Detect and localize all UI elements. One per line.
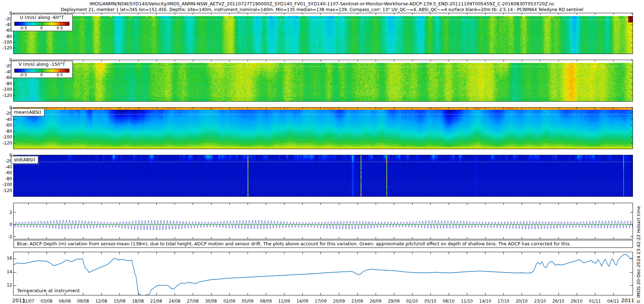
x-tick-label: 05/10	[421, 299, 440, 304]
x-tick-label: 18/08	[129, 299, 147, 304]
x-tick-label: 21/08	[147, 299, 166, 304]
x-tick-label: 29/09	[385, 299, 403, 304]
u-colorbar-tick: -0.5	[17, 26, 30, 30]
depth-tick-label: -20	[0, 16, 12, 21]
depth-tick-label: 0	[0, 153, 12, 158]
u-colorbar-tick: 0.5	[53, 26, 66, 30]
depth-tick-label: -120	[0, 141, 12, 146]
depth-tick-label: -60	[0, 75, 12, 80]
v-colorbar-tick: -0.5	[17, 73, 30, 77]
u-colorbar	[14, 22, 69, 26]
panel-std-absi	[14, 155, 633, 196]
figure-title-line2: Deployment 21, member 1 lat=34S lon=151.…	[0, 7, 644, 12]
x-tick-label: 14/09	[293, 299, 312, 304]
x-tick-label: 04/11	[604, 299, 623, 304]
depth-tick-label: -80	[0, 81, 12, 86]
x-tick-label: 01/11	[586, 299, 604, 304]
panel-depth-variation	[14, 203, 633, 239]
depth-tick-label: 0	[0, 105, 12, 110]
x-tick-label: 11/09	[275, 299, 293, 304]
depth-tick-label: -100	[0, 182, 12, 187]
legend-u-title: U (m/s) along -60°T	[11, 14, 72, 21]
depth-tick-label: -120	[0, 45, 12, 50]
x-tick-label: 02/09	[220, 299, 239, 304]
x-tick-label: 23/10	[531, 299, 549, 304]
panel-temperature: Temperature at instrument	[14, 252, 633, 295]
x-tick-label: 02/10	[403, 299, 421, 304]
depth-tick-label: -60	[0, 123, 12, 128]
x-tick-label: 06/08	[55, 299, 74, 304]
x-tick-label: 26/09	[366, 299, 385, 304]
depth-note-text: Blue: ADCP Depth (m) variation from sens…	[14, 240, 633, 248]
std-absi-heatmap	[14, 155, 633, 196]
x-tick-label: 05/09	[238, 299, 257, 304]
legend-u: U (m/s) along -60°T -0.5 0 0.5	[11, 14, 73, 31]
x-tick-label: 15/08	[110, 299, 129, 304]
legend-v: V (m/s) along -150°T -0.5 0 0.5	[11, 61, 73, 78]
x-tick-label: 17/09	[311, 299, 330, 304]
x-tick-label: 03/08	[37, 299, 56, 304]
figure-root: IMOS/ANMN/NSW/SYD140/Velocity/IMOS_ANMN-…	[0, 0, 644, 304]
depth-tick-label: -120	[0, 188, 12, 193]
temperature-label: Temperature at instrument	[17, 288, 80, 293]
depth-tick-label: -80	[0, 176, 12, 181]
v-velocity-heatmap	[14, 60, 633, 101]
depth-tick-label: -120	[0, 93, 12, 98]
x-tick-label: 08/10	[439, 299, 458, 304]
x-tick-label: 24/08	[165, 299, 184, 304]
x-tick-label: 30/08	[202, 299, 220, 304]
depth-tick-label: -20	[0, 158, 12, 163]
imos-watermark: © IMOS 20-Dec-2024 23:42:22 Hobart time	[636, 206, 641, 304]
temperature-ytick-label: 12	[0, 283, 12, 288]
mean-absi-heatmap	[14, 108, 633, 149]
panel-u-velocity	[14, 13, 633, 54]
depth-tick-label: -100	[0, 40, 12, 45]
depth-tick-label: 0	[0, 11, 12, 16]
depth-tick-label: -80	[0, 129, 12, 134]
depth-tick-label: -80	[0, 34, 12, 39]
v-colorbar-tick: 0.5	[53, 73, 66, 77]
x-tick-label: 29/10	[567, 299, 586, 304]
x-tick-label: 11/10	[458, 299, 476, 304]
temperature-line	[14, 252, 633, 295]
depth-tick-label: -60	[0, 28, 12, 33]
depth-tick-label: 0	[0, 58, 12, 63]
x-tick-label: 31/07	[19, 299, 38, 304]
depth-tick-label: -60	[0, 170, 12, 175]
temperature-ytick-label: 16	[0, 256, 12, 261]
depth-tick-label: -20	[0, 111, 12, 116]
std-absi-label: std(ABSI)	[11, 156, 38, 164]
v-colorbar	[14, 69, 69, 73]
x-tick-label: 27/08	[184, 299, 202, 304]
u-velocity-heatmap	[14, 13, 633, 54]
panel-v-velocity	[14, 60, 633, 101]
x-tick-label: 20/09	[330, 299, 348, 304]
x-tick-label: 12/08	[92, 299, 111, 304]
depth-tick-label: -100	[0, 134, 12, 139]
x-tick-label: 17/10	[494, 299, 513, 304]
depth-tick-label: -40	[0, 117, 12, 122]
depth-variation-lines	[14, 203, 633, 239]
depth-tick-label: -100	[0, 87, 12, 92]
x-tick-label: 09/08	[74, 299, 92, 304]
x-tick-label: 26/10	[549, 299, 568, 304]
depth-variation-ytick-label: 0	[0, 222, 12, 227]
legend-v-title: V (m/s) along -150°T	[11, 61, 72, 68]
depth-tick-label: -40	[0, 165, 12, 170]
depth-tick-label: -40	[0, 69, 12, 74]
v-colorbar-tick: 0	[35, 73, 48, 77]
x-tick-label: 08/09	[257, 299, 275, 304]
x-tick-label: 20/10	[512, 299, 531, 304]
mean-absi-label: mean(ABSI)	[11, 108, 44, 116]
temperature-ytick-label: 14	[0, 269, 12, 274]
panel-mean-absi	[14, 108, 633, 149]
depth-tick-label: -40	[0, 22, 12, 27]
depth-variation-ytick-label: -2	[0, 234, 12, 239]
depth-tick-label: -20	[0, 63, 12, 68]
x-tick-label: 23/09	[348, 299, 367, 304]
x-axis-year-right: 2011	[621, 298, 634, 303]
depth-variation-ytick-label: 2	[0, 210, 12, 215]
x-tick-label: 14/10	[476, 299, 494, 304]
figure-title-line1: IMOS/ANMN/NSW/SYD140/Velocity/IMOS_ANMN-…	[0, 1, 644, 6]
u-colorbar-tick: 0	[35, 26, 48, 30]
